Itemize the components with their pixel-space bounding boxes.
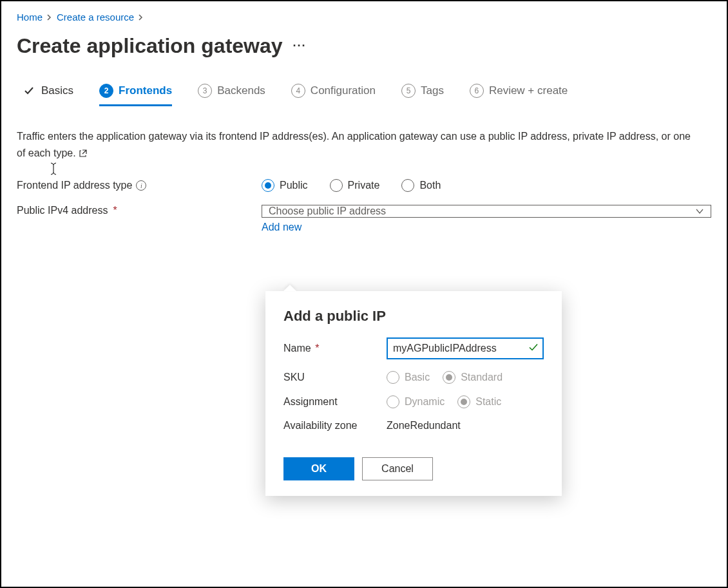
flyout-sku-row: SKU Basic Standard [283,371,544,384]
tab-configuration[interactable]: 4 Configuration [291,84,376,106]
cancel-button[interactable]: Cancel [362,457,433,480]
flyout-title: Add a public IP [283,308,544,325]
frontend-ip-type-radios: Public Private Both [262,179,441,192]
assignment-dynamic-label: Dynamic [405,396,445,408]
radio-icon [457,395,470,408]
required-indicator: * [315,343,319,354]
frontend-ip-type-row: Frontend IP address type i Public Privat… [17,179,711,192]
assignment-dynamic-option: Dynamic [387,395,445,408]
check-icon [22,84,36,98]
text-cursor-icon [49,162,58,179]
chevron-right-icon [46,12,53,23]
flyout-assignment-row: Assignment Dynamic Static [283,395,544,408]
tab-tags[interactable]: 5 Tags [401,84,444,106]
flyout-sku-label: SKU [283,372,387,383]
sku-standard-label: Standard [461,372,503,383]
ok-button[interactable]: OK [283,457,354,480]
frontend-ip-type-private-label: Private [348,180,380,191]
breadcrumb-create-resource[interactable]: Create a resource [57,12,134,23]
page-title-row: Create application gateway ··· [17,34,711,58]
chevron-right-icon [138,12,144,23]
assignment-static-option: Static [457,395,501,408]
flyout-assignment-label: Assignment [283,396,387,408]
tab-review-create[interactable]: 6 Review + create [470,84,568,106]
frontend-ip-type-private[interactable]: Private [330,179,380,192]
chevron-down-icon [695,207,704,216]
flyout-az-label: Availability zone [283,420,387,432]
add-public-ip-flyout: Add a public IP Name * SKU Basic Standar… [265,291,562,496]
public-ipv4-label: Public IPv4 address [17,205,108,216]
required-indicator: * [113,205,117,216]
radio-icon [262,179,274,192]
tab-frontends-number: 2 [99,84,113,98]
radio-icon [387,395,399,408]
public-ipv4-placeholder: Choose public IP address [269,205,386,217]
tab-frontends-label: Frontends [119,84,172,97]
tab-configuration-label: Configuration [311,84,376,97]
flyout-name-row: Name * [283,337,544,359]
tab-basics-label: Basics [41,84,73,97]
frontend-ip-type-label: Frontend IP address type [17,180,132,191]
breadcrumb: Home Create a resource [17,9,711,29]
flyout-name-label: Name [283,343,311,354]
flyout-actions: OK Cancel [283,457,544,480]
radio-icon [443,371,455,384]
frontend-ip-type-public[interactable]: Public [262,179,308,192]
public-ip-name-input[interactable] [387,337,544,359]
public-ipv4-label-wrap: Public IPv4 address * [17,205,262,216]
assignment-static-label: Static [475,396,501,408]
public-ipv4-row: Public IPv4 address * Choose public IP a… [17,205,711,233]
sku-basic-option: Basic [387,371,430,384]
page-title: Create application gateway [17,34,283,58]
external-link-icon[interactable] [79,147,88,158]
tab-backends-number: 3 [198,84,212,98]
add-new-public-ip-link[interactable]: Add new [262,222,711,233]
frontend-ip-type-both[interactable]: Both [401,179,441,192]
tab-backends[interactable]: 3 Backends [198,84,265,106]
wizard-tabs: Basics 2 Frontends 3 Backends 4 Configur… [17,84,711,113]
breadcrumb-home[interactable]: Home [17,12,43,23]
frontend-ip-type-label-wrap: Frontend IP address type i [17,180,262,191]
flyout-name-label-wrap: Name * [283,343,387,354]
ellipsis-icon[interactable]: ··· [293,39,307,53]
frontend-ip-type-public-label: Public [280,180,308,191]
tab-review-label: Review + create [489,84,568,97]
sku-basic-label: Basic [405,372,430,383]
tab-frontends[interactable]: 2 Frontends [99,84,172,106]
check-icon [528,343,539,355]
tab-backends-label: Backends [217,84,265,97]
flyout-az-row: Availability zone ZoneRedundant [283,420,544,432]
flyout-az-value: ZoneRedundant [387,420,461,432]
sku-standard-option: Standard [443,371,503,384]
frontends-description: Traffic enters the application gateway v… [17,128,700,161]
radio-icon [387,371,399,384]
frontends-description-text: Traffic enters the application gateway v… [17,131,691,158]
tab-basics[interactable]: Basics [22,84,73,106]
radio-icon [330,179,343,192]
frontend-ip-type-both-label: Both [419,180,441,191]
tab-configuration-number: 4 [291,84,305,98]
radio-icon [401,179,414,192]
public-ipv4-dropdown[interactable]: Choose public IP address [262,205,711,218]
tab-tags-number: 5 [401,84,416,98]
info-icon[interactable]: i [136,180,146,191]
tab-review-number: 6 [470,84,484,98]
tab-tags-label: Tags [421,84,444,97]
